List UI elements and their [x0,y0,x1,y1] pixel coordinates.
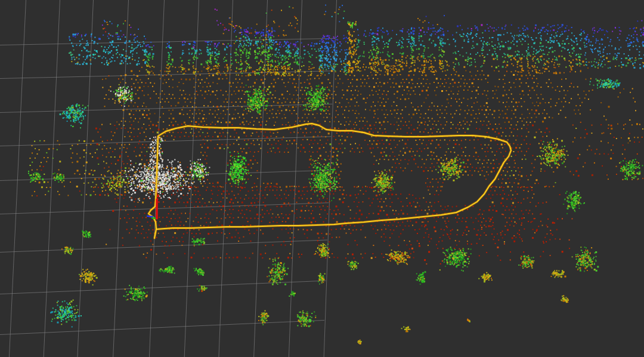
pointcloud-scene [0,0,644,357]
pointcloud-viewport[interactable] [0,0,644,357]
